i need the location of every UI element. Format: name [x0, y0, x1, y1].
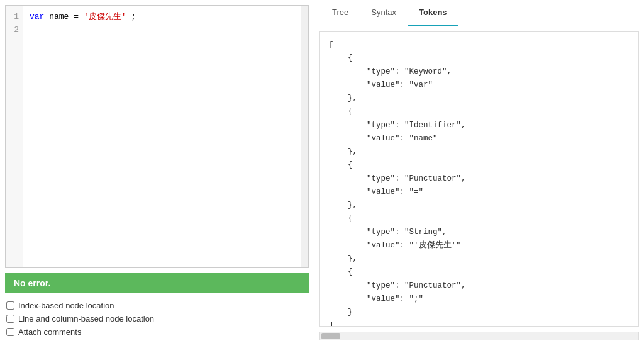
- code-content[interactable]: var name = '皮傑先生' ;: [23, 6, 301, 267]
- horizontal-scrollbar[interactable]: [319, 332, 639, 340]
- punc-equals: =: [74, 12, 79, 21]
- code-editor[interactable]: 1 2 var name = '皮傑先生' ;: [5, 5, 309, 268]
- tab-tokens[interactable]: Tokens: [408, 0, 458, 26]
- punc-semi: ;: [131, 12, 136, 21]
- option-line-label: Line and column-based node location: [18, 314, 154, 323]
- string-value: '皮傑先生': [84, 12, 126, 21]
- identifier-name: name: [49, 12, 69, 21]
- options-area: Index-based node location Line and colum…: [0, 298, 314, 343]
- tab-tree[interactable]: Tree: [321, 0, 360, 26]
- right-panel: Tree Syntax Tokens [ { "type": "Keyword"…: [314, 0, 644, 343]
- tabs-bar: Tree Syntax Tokens: [314, 0, 644, 26]
- scrollbar-thumb: [321, 333, 340, 339]
- tokens-content: [ { "type": "Keyword", "value": "var" },…: [320, 32, 638, 327]
- option-line[interactable]: Line and column-based node location: [6, 314, 308, 323]
- status-bar: No error.: [5, 273, 309, 293]
- option-comments[interactable]: Attach comments: [6, 327, 308, 337]
- vertical-scrollbar[interactable]: [301, 6, 308, 267]
- line-num-1: 1: [9, 11, 19, 24]
- tab-syntax[interactable]: Syntax: [360, 0, 408, 26]
- checkbox-comments[interactable]: [6, 328, 14, 336]
- keyword-var: var: [30, 12, 44, 21]
- checkbox-line[interactable]: [6, 315, 14, 323]
- option-index-label: Index-based node location: [18, 301, 114, 310]
- left-panel: 1 2 var name = '皮傑先生' ; No error. Index-…: [0, 0, 314, 343]
- tokens-scroll-area[interactable]: [ { "type": "Keyword", "value": "var" },…: [319, 31, 639, 327]
- checkbox-index[interactable]: [6, 301, 14, 310]
- line-num-2: 2: [9, 24, 19, 37]
- option-comments-label: Attach comments: [18, 327, 81, 337]
- line-numbers: 1 2: [6, 6, 23, 267]
- option-index[interactable]: Index-based node location: [6, 301, 308, 310]
- tokens-panel: [ { "type": "Keyword", "value": "var" },…: [314, 26, 644, 343]
